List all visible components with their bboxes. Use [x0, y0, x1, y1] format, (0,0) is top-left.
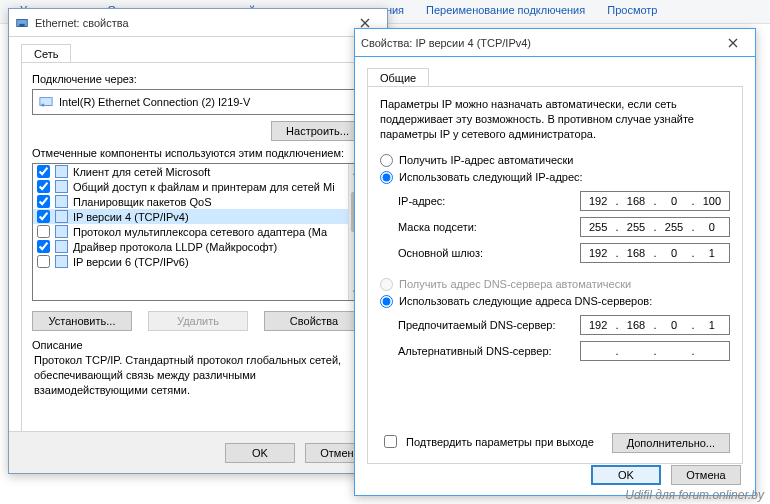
component-label: Планировщик пакетов QoS: [73, 196, 212, 208]
radio-use-ip[interactable]: Использовать следующий IP-адрес:: [380, 169, 730, 186]
close-button[interactable]: [717, 32, 749, 54]
components-listbox[interactable]: Клиент для сетей MicrosoftОбщий доступ к…: [32, 163, 364, 301]
radio-use-dns[interactable]: Использовать следующие адреса DNS-сервер…: [380, 293, 730, 310]
ip-octet[interactable]: 100: [695, 195, 729, 207]
ip-octet[interactable]: 192: [581, 319, 615, 331]
list-item[interactable]: Протокол мультиплексора сетевого адаптер…: [33, 224, 348, 239]
subnet-mask-input[interactable]: 255.255.255.0: [580, 217, 730, 237]
ip-octet[interactable]: 255: [657, 221, 691, 233]
preferred-dns-input[interactable]: 192.168.0.1: [580, 315, 730, 335]
gateway-label: Основной шлюз:: [398, 247, 580, 259]
description-label: Описание: [32, 339, 364, 351]
connect-through-label: Подключение через:: [32, 73, 364, 85]
ip-octet[interactable]: 0: [657, 195, 691, 207]
list-item[interactable]: IP версии 4 (TCP/IPv4): [33, 209, 348, 224]
info-paragraph: Параметры IP можно назначать автоматичес…: [380, 97, 730, 142]
component-icon: [55, 255, 68, 268]
ok-button[interactable]: OK: [225, 443, 295, 463]
preferred-dns-label: Предпочитаемый DNS-сервер:: [398, 319, 580, 331]
nic-icon: [39, 95, 53, 109]
component-label: IP версии 4 (TCP/IPv4): [73, 211, 189, 223]
ip-octet[interactable]: 255: [619, 221, 653, 233]
description-text: Протокол TCP/IP. Стандартный протокол гл…: [32, 351, 364, 404]
component-icon: [55, 225, 68, 238]
watermark: Udifil для forum.onliner.by: [625, 488, 764, 502]
component-checkbox[interactable]: [37, 225, 50, 238]
ip-address-input[interactable]: 192.168.0.100: [580, 191, 730, 211]
ip-octet[interactable]: 168: [619, 319, 653, 331]
gateway-input[interactable]: 192.168.0.1: [580, 243, 730, 263]
component-icon: [55, 180, 68, 193]
ip-octet[interactable]: 192: [581, 195, 615, 207]
component-icon: [55, 165, 68, 178]
ip-octet[interactable]: 168: [619, 195, 653, 207]
component-icon: [55, 195, 68, 208]
adapter-field[interactable]: Intel(R) Ethernet Connection (2) I219-V: [32, 89, 364, 115]
close-icon: [360, 18, 370, 28]
tab-general[interactable]: Общие: [367, 68, 429, 87]
adapter-name: Intel(R) Ethernet Connection (2) I219-V: [59, 96, 250, 108]
uninstall-button: Удалить: [148, 311, 248, 331]
ip-octet[interactable]: 255: [581, 221, 615, 233]
close-icon: [728, 38, 738, 48]
ip-octet[interactable]: 0: [657, 319, 691, 331]
bg-menu-item[interactable]: Просмотр: [607, 4, 657, 23]
dialog-footer: OK Отмена: [9, 431, 387, 473]
components-label: Отмеченные компоненты используются этим …: [32, 147, 364, 159]
component-checkbox[interactable]: [37, 195, 50, 208]
radio-obtain-dns-auto: Получить адрес DNS-сервера автоматически: [380, 276, 730, 293]
list-item[interactable]: Клиент для сетей Microsoft: [33, 164, 348, 179]
component-checkbox[interactable]: [37, 210, 50, 223]
ethernet-icon: [15, 16, 29, 30]
component-checkbox[interactable]: [37, 255, 50, 268]
tab-network[interactable]: Сеть: [21, 44, 71, 63]
ok-button[interactable]: OK: [591, 465, 661, 485]
list-item[interactable]: IP версии 6 (TCP/IPv6): [33, 254, 348, 269]
subnet-mask-label: Маска подсети:: [398, 221, 580, 233]
component-label: IP версии 6 (TCP/IPv6): [73, 256, 189, 268]
ip-octet[interactable]: 168: [619, 247, 653, 259]
ethernet-properties-window: Ethernet: свойства Сеть Подключение чере…: [8, 8, 388, 474]
cancel-button[interactable]: Отмена: [671, 465, 741, 485]
properties-button[interactable]: Свойства: [264, 311, 364, 331]
ipv4-properties-window: Свойства: IP версии 4 (TCP/IPv4) Общие П…: [354, 28, 756, 496]
list-item[interactable]: Планировщик пакетов QoS: [33, 194, 348, 209]
titlebar[interactable]: Свойства: IP версии 4 (TCP/IPv4): [355, 29, 755, 57]
ip-octet[interactable]: 0: [657, 247, 691, 259]
alternate-dns-label: Альтернативный DNS-сервер:: [398, 345, 580, 357]
configure-button[interactable]: Настроить...: [271, 121, 364, 141]
advanced-button[interactable]: Дополнительно...: [612, 433, 730, 453]
component-icon: [55, 240, 68, 253]
svg-rect-1: [19, 23, 24, 26]
install-button[interactable]: Установить...: [32, 311, 132, 331]
titlebar[interactable]: Ethernet: свойства: [9, 9, 387, 37]
component-label: Клиент для сетей Microsoft: [73, 166, 210, 178]
list-item[interactable]: Драйвер протокола LLDP (Майкрософт): [33, 239, 348, 254]
component-checkbox[interactable]: [37, 180, 50, 193]
validate-on-exit-checkbox[interactable]: Подтвердить параметры при выходе: [380, 432, 594, 451]
ip-octet[interactable]: 192: [581, 247, 615, 259]
ip-octet[interactable]: 1: [695, 247, 729, 259]
component-icon: [55, 210, 68, 223]
component-checkbox[interactable]: [37, 240, 50, 253]
window-title: Свойства: IP версии 4 (TCP/IPv4): [361, 37, 531, 49]
component-label: Протокол мультиплексора сетевого адаптер…: [73, 226, 327, 238]
bg-menu-item[interactable]: Переименование подключения: [426, 4, 585, 23]
svg-rect-3: [42, 104, 45, 107]
alternate-dns-input[interactable]: ...: [580, 341, 730, 361]
component-checkbox[interactable]: [37, 165, 50, 178]
ip-address-label: IP-адрес:: [398, 195, 580, 207]
component-label: Общий доступ к файлам и принтерам для се…: [73, 181, 335, 193]
ip-octet[interactable]: 0: [695, 221, 729, 233]
list-item[interactable]: Общий доступ к файлам и принтерам для се…: [33, 179, 348, 194]
window-title: Ethernet: свойства: [35, 17, 129, 29]
component-label: Драйвер протокола LLDP (Майкрософт): [73, 241, 277, 253]
ip-octet[interactable]: 1: [695, 319, 729, 331]
radio-obtain-ip-auto[interactable]: Получить IP-адрес автоматически: [380, 152, 730, 169]
